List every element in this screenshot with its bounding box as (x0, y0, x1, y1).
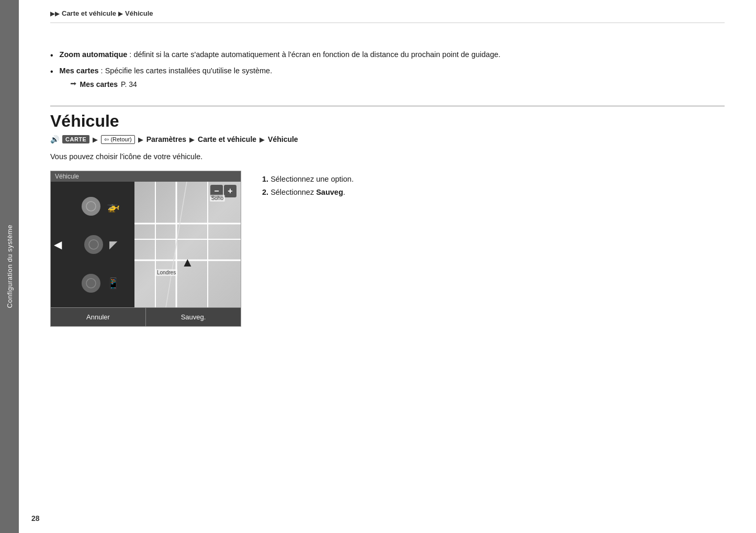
nav-arrow-3: ▶ (189, 136, 195, 143)
zoom-plus-button[interactable]: + (224, 185, 236, 197)
bullet-item-2: • Mes cartes : Spécifie les cartes insta… (50, 65, 725, 90)
bold-term-2: Mes cartes (60, 66, 99, 75)
bullet-item-1: • Zoom automatique : définit si la carte… (50, 49, 725, 61)
nav-arrow-2: ▶ (138, 136, 143, 143)
sub-item: ⮕ Mes cartes P. 34 (70, 79, 725, 90)
screen-buttons: Annuler Sauveg. (51, 307, 241, 326)
map-label-soho: Soho (210, 195, 225, 202)
back-badge: ⇦ (Retour) (101, 135, 134, 144)
vehicle-icon-circle-1[interactable] (82, 197, 100, 216)
screen-title-bar: Véhicule (51, 171, 241, 182)
vehicle-row-2[interactable]: ◤ (69, 235, 117, 254)
step-2-suffix: . (343, 188, 345, 196)
bullet-term-1: Zoom automatique : définit si la carte s… (60, 50, 501, 59)
back-icon: ⇦ (104, 136, 109, 143)
svg-point-1 (89, 240, 98, 249)
carte-badge: CARTE (62, 135, 89, 143)
sidebar: Configuration du système (0, 0, 19, 533)
bullet-desc-2: : Spécifie les cartes installées qu'util… (99, 66, 273, 75)
bullet-dot-2: • (50, 66, 53, 77)
step-2-num: 2. (262, 188, 268, 196)
breadcrumb: ▶▶ Carte et véhicule ▶ Véhicule (50, 0, 725, 23)
main-layout: Véhicule ◀ 🚁 (50, 171, 725, 327)
map-label-londres: Londres (155, 269, 177, 276)
nav-item-vehicule: Véhicule (268, 135, 298, 143)
section-divider (50, 106, 725, 106)
nav-row: 🔊 CARTE ▶ ⇦ (Retour) ▶ Paramètres ▶ Cart… (50, 135, 725, 144)
cancel-button[interactable]: Annuler (51, 308, 146, 326)
circle-icon-2 (88, 239, 99, 250)
vehicle-shape-2: ◤ (109, 238, 117, 251)
svg-point-0 (86, 202, 96, 211)
nav-mic-icon: 🔊 (50, 135, 59, 143)
sub-text: P. 34 (121, 79, 137, 90)
back-text: (Retour) (110, 136, 131, 142)
bullet-term-2: Mes cartes : Spécifie les cartes install… (60, 66, 273, 75)
bullet-content-2: Mes cartes : Spécifie les cartes install… (60, 65, 725, 90)
svg-point-2 (86, 279, 96, 288)
description: Vous pouvez choisir l'icône de votre véh… (50, 151, 725, 163)
breadcrumb-arrows: ▶▶ (50, 10, 60, 17)
step-1-num: 1. (262, 175, 268, 183)
map-background: − + Soho Londres ▲ (134, 182, 241, 307)
step-2-bold: Sauveg (316, 188, 343, 196)
nav-item-carte-vehicule: Carte et véhicule (198, 135, 256, 143)
sub-arrow-icon: ⮕ (70, 79, 77, 90)
page-number: 28 (31, 514, 40, 523)
breadcrumb-text1: Carte et véhicule (62, 9, 116, 17)
breadcrumb-text2: Véhicule (125, 9, 153, 17)
step-1-text: Sélectionnez une option. (270, 175, 354, 183)
vehicle-shape-1: 🚁 (107, 200, 120, 213)
screen-body: ◀ 🚁 (51, 182, 241, 307)
nav-arrow-1: ▶ (93, 136, 98, 143)
vehicle-row-1[interactable]: 🚁 (66, 197, 120, 216)
icon-panel: ◀ 🚁 (51, 182, 134, 307)
sub-bold: Mes cartes (80, 79, 118, 90)
map-panel: − + Soho Londres ▲ (134, 182, 241, 307)
breadcrumb-separator: ▶ (118, 10, 123, 17)
bullet-list: • Zoom automatique : définit si la carte… (50, 49, 725, 90)
screen-mockup: Véhicule ◀ 🚁 (50, 171, 241, 327)
vehicle-row-3[interactable]: 📱 (66, 274, 120, 293)
bold-term-1: Zoom automatique (60, 50, 128, 59)
vehicle-shape-3: 📱 (107, 277, 120, 290)
bullet-content-1: Zoom automatique : définit si la carte s… (60, 49, 725, 61)
save-button[interactable]: Sauveg. (146, 308, 241, 326)
vehicle-icon-circle-3[interactable] (82, 274, 100, 293)
step-2-text-prefix: Sélectionnez (270, 188, 316, 196)
circle-icon-3 (85, 277, 97, 289)
bullet-desc-1: : définit si la carte s'adapte automatiq… (127, 50, 500, 59)
main-content: ▶▶ Carte et véhicule ▶ Véhicule • Zoom a… (19, 0, 756, 327)
nav-arrow-4: ▶ (259, 136, 265, 143)
section-heading: Véhicule (50, 112, 725, 131)
step-2: 2. Sélectionnez Sauveg. (262, 186, 354, 199)
vehicle-icon-circle-2[interactable] (84, 235, 103, 254)
bullet-dot-1: • (50, 50, 53, 61)
steps: 1. Sélectionnez une option. 2. Sélection… (262, 173, 354, 198)
circle-icon-1 (85, 201, 97, 212)
arrow-left-icon: ◀ (54, 238, 62, 251)
step-1: 1. Sélectionnez une option. (262, 173, 354, 186)
map-vehicle-marker: ▲ (182, 255, 194, 270)
sidebar-label: Configuration du système (6, 225, 14, 308)
nav-item-parametres: Paramètres (146, 135, 186, 143)
